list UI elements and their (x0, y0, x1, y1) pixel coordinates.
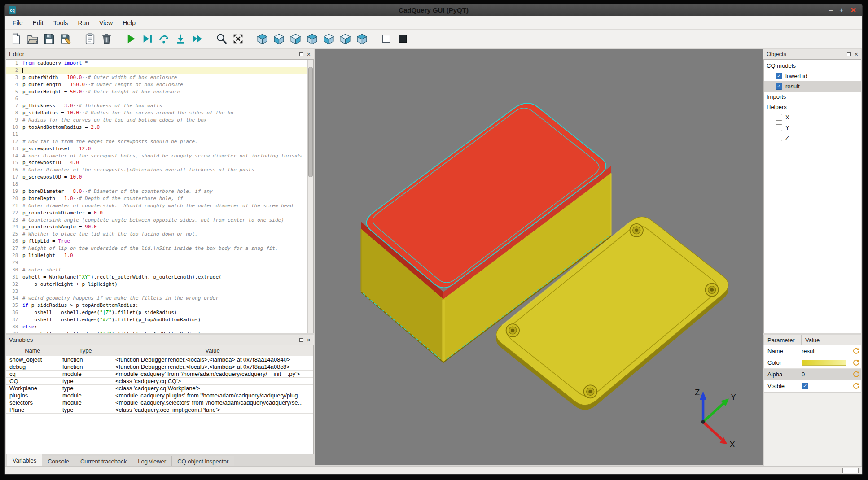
close-button[interactable]: ✕ (850, 7, 856, 14)
code-line[interactable]: 14# nner Diameter of the screwpost holes… (6, 153, 313, 160)
variable-row[interactable]: cqmodule<module 'cadquery' from '/home/a… (6, 371, 313, 378)
tab-variables[interactable]: Variables (7, 454, 42, 466)
menu-view[interactable]: View (94, 16, 118, 29)
tree-item-y[interactable]: Y (764, 122, 861, 133)
code-line[interactable]: 35if p_sideRadius > p_topAndBottomRadius… (6, 302, 313, 309)
column-header-param-value[interactable]: Value (802, 337, 861, 344)
front-view-icon[interactable] (272, 31, 286, 46)
menu-tools[interactable]: Tools (48, 16, 73, 29)
variable-row[interactable]: selectorsmodule<module 'cadquery.selecto… (6, 399, 313, 406)
code-area[interactable]: 1from cadquery import *23p_outerWidth = … (6, 59, 314, 333)
step-icon[interactable] (157, 31, 171, 46)
code-line[interactable]: 33 (6, 288, 313, 295)
tree-item-z[interactable]: Z (764, 133, 861, 143)
tree-node-helpers[interactable]: Helpers (764, 102, 861, 112)
variable-row[interactable]: CQtype<class 'cadquery.cq.CQ'> (6, 378, 313, 385)
code-line[interactable]: 20p_boreDepth = 1.0··# Depth of the coun… (6, 195, 313, 202)
zoom-icon[interactable] (214, 31, 229, 46)
menu-file[interactable]: File (8, 16, 28, 29)
param-row-alpha[interactable]: Alpha0 (764, 369, 861, 380)
editor-scrollbar-thumb[interactable] (308, 67, 313, 177)
code-line[interactable]: 1from cadquery import * (6, 60, 313, 67)
code-line[interactable]: 36 oshell = oshell.edges("|Z").fillet(p_… (6, 309, 313, 316)
variable-row[interactable]: debugfunction<function Debugger.render.<… (6, 363, 313, 371)
variable-row[interactable]: pluginsmodule<module 'cadquery.plugins' … (6, 392, 313, 399)
variable-row[interactable]: Workplanetype<class 'cadquery.cq.Workpla… (6, 385, 313, 392)
code-line[interactable]: 39 oshell = oshell.edges("#Z").fillet(p_… (6, 331, 313, 333)
revert-button[interactable] (851, 348, 861, 354)
continue-icon[interactable] (190, 31, 205, 46)
menu-run[interactable]: Run (73, 16, 94, 29)
tree-item-result[interactable]: ✓result (764, 81, 861, 92)
code-line[interactable]: 34# weird geometry happens if we make th… (6, 295, 313, 302)
code-line[interactable]: 4p_outerLength = 150.0··# Outer length o… (6, 81, 313, 88)
code-line[interactable]: 22p_countersinkDiameter = 0.0 (6, 209, 313, 217)
variable-row[interactable]: Planetype<class 'cadquery.occ_impl.geom.… (6, 406, 313, 414)
color-swatch[interactable] (802, 360, 846, 366)
code-line[interactable]: 15p_screwpostID = 4.0 (6, 159, 313, 166)
visibility-checkbox[interactable] (776, 124, 782, 131)
code-line[interactable]: 18 (6, 181, 313, 188)
shaded-view-icon[interactable] (395, 31, 410, 46)
maximize-button[interactable]: + (839, 7, 843, 14)
left-view-icon[interactable] (305, 31, 320, 46)
3d-viewport[interactable]: Z Y X (315, 49, 763, 465)
variables-table-header[interactable]: Name Type Value (6, 345, 313, 356)
code-line[interactable]: 26p_flipLid = True (6, 238, 313, 245)
code-line[interactable]: 30# outer shell (6, 266, 313, 274)
code-line[interactable]: 23# Countersink angle (complete angle be… (6, 217, 313, 224)
param-value[interactable]: ✓ (802, 383, 851, 389)
3d-scene[interactable]: Z Y X (315, 49, 763, 465)
visible-checkbox[interactable]: ✓ (802, 383, 808, 389)
tab-log-viewer[interactable]: Log viewer (132, 456, 172, 466)
code-line[interactable]: 11 (6, 131, 313, 138)
bottom-view-icon[interactable] (355, 31, 369, 46)
code-line[interactable]: 28p_lipHeight = 1.0 (6, 252, 313, 259)
iso-view-icon[interactable] (255, 31, 270, 46)
code-line[interactable]: 8p_sideRadius = 10.0··# Radius for the c… (6, 109, 313, 117)
variables-float-button[interactable] (299, 338, 303, 342)
code-line[interactable]: 38else: (6, 323, 313, 331)
fit-all-icon[interactable] (231, 31, 245, 46)
code-line[interactable]: 19p_boreDiameter = 8.0··# Diameter of th… (6, 188, 313, 195)
save-icon[interactable] (42, 31, 57, 46)
visibility-checkbox[interactable]: ✓ (776, 73, 782, 79)
delete-icon[interactable] (99, 31, 114, 46)
tree-node-cq-models[interactable]: CQ models (764, 61, 861, 71)
revert-button[interactable] (851, 383, 861, 389)
objects-close-button[interactable]: × (855, 51, 858, 57)
minimize-button[interactable]: – (829, 7, 833, 14)
validate-icon[interactable] (83, 31, 97, 46)
code-line[interactable]: 25# Whether to place the lid with the to… (6, 231, 313, 238)
column-header-parameter[interactable]: Parameter (764, 335, 802, 345)
param-row-visible[interactable]: Visible✓ (764, 380, 861, 392)
tree-item-lowerlid[interactable]: ✓lowerLid (764, 71, 861, 81)
revert-button[interactable] (851, 371, 861, 378)
code-line[interactable]: 32 p_outerHeight + p_lipHeight) (6, 281, 313, 288)
code-line[interactable]: 5p_outerHeight = 50.0··# Outer height of… (6, 88, 313, 96)
objects-float-button[interactable] (847, 52, 851, 56)
param-value[interactable] (802, 360, 851, 366)
top-view-icon[interactable] (338, 31, 353, 46)
editor-close-button[interactable]: × (307, 51, 311, 57)
tree-node-imports[interactable]: Imports (764, 92, 861, 102)
column-header-name[interactable]: Name (6, 345, 59, 356)
tab-console[interactable]: Console (42, 456, 75, 466)
variables-close-button[interactable]: × (307, 337, 311, 343)
wireframe-view-icon[interactable] (379, 31, 394, 46)
open-file-icon[interactable] (25, 31, 40, 46)
render-icon[interactable] (123, 31, 138, 46)
save-as-icon[interactable] (58, 31, 73, 46)
visibility-checkbox[interactable]: ✓ (776, 83, 782, 90)
code-line[interactable]: 17p_screwpostOD = 10.0 (6, 174, 313, 181)
tab-cq-object-inspector[interactable]: CQ object inspector (171, 456, 234, 466)
code-line[interactable]: 31oshell = Workplane("XY").rect(p_outerW… (6, 274, 313, 281)
code-line[interactable]: 7p_thickness = 3.0··# Thickness of the b… (6, 102, 313, 109)
editor-float-button[interactable] (299, 52, 303, 56)
code-line[interactable]: 13p_screwpostInset = 12.0 (6, 145, 313, 153)
code-line[interactable]: 6 (6, 95, 313, 102)
debug-icon[interactable] (140, 31, 155, 46)
visibility-checkbox[interactable] (776, 135, 782, 141)
code-line[interactable]: 21# Outer diameter of countersink. Shoul… (6, 202, 313, 209)
tab-current-traceback[interactable]: Current traceback (75, 456, 132, 466)
